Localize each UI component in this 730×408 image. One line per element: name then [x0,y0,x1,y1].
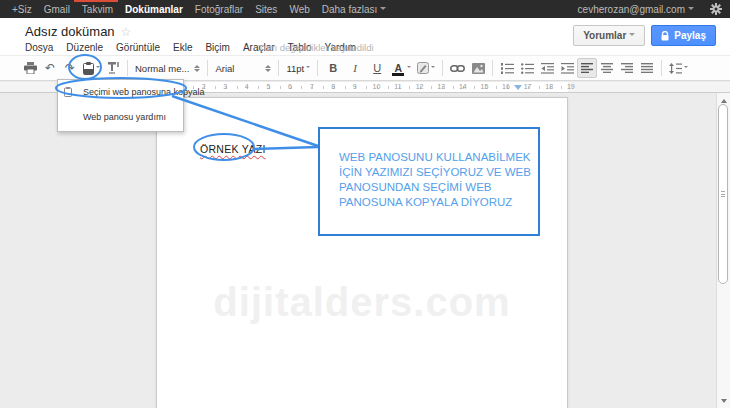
vertical-scrollbar[interactable] [716,93,730,408]
underline-icon: U [369,62,385,74]
ruler-number: 12 [416,83,424,90]
menu-bicim[interactable]: Biçim [205,42,229,53]
topbar-item-takvim[interactable]: Takvim [82,4,113,15]
share-button[interactable]: Paylaş [651,25,716,46]
chevron-down-icon [407,66,411,70]
link-icon [450,64,465,73]
document-sample-text[interactable]: ÖRNEK YAZI [200,143,266,155]
justify-button[interactable] [637,58,657,78]
italic-button[interactable]: I [344,58,366,78]
document-title-area[interactable]: Adsız doküman☆ [25,24,131,39]
menu-item-copy-label: Seçimi web panosuna kopyala [83,87,205,97]
topbar-item-web[interactable]: Web [289,4,309,15]
formatting-toolbar: ↶ ↷ Normal me... Arial [0,55,730,81]
document-header: Adsız doküman☆ Dosya Düzenle Görüntüle E… [0,18,730,55]
comments-button-label: Yorumlar [583,30,626,41]
topbar-more-menu[interactable]: Daha fazlası [322,4,387,15]
paint-format-icon [107,62,119,74]
triangle-down-icon [721,399,727,406]
topbar-item-plus-siz[interactable]: +Siz [12,4,32,15]
account-email: cevherozan@gmail.com [578,4,685,15]
align-right-icon [621,63,633,73]
settings-gear-button[interactable] [708,2,724,16]
ruler-number: 3 [223,83,227,90]
scroll-down-button[interactable] [717,397,730,407]
ruler-number: 6 [288,83,292,90]
right-indent-marker[interactable] [514,85,522,94]
spinner-icon [194,62,200,75]
topbar-item-dokumanlar[interactable]: Dokümanlar [125,4,183,15]
ruler-number: 17 [524,83,532,90]
ruler-number: 4 [245,83,249,90]
toolbar-separator [278,60,279,76]
topbar-item-gmail[interactable]: Gmail [44,4,70,15]
font-size-dropdown[interactable]: 11pt [283,58,313,78]
google-services-bar: +Siz Gmail Takvim Dokümanlar Fotoğraflar… [0,0,730,18]
scroll-up-button[interactable] [717,94,730,104]
star-icon[interactable]: ☆ [121,25,132,39]
menu-dosya[interactable]: Dosya [25,42,53,53]
image-icon [472,63,485,74]
align-center-icon [601,63,613,73]
italic-icon: I [347,62,363,74]
justify-icon [641,63,653,73]
align-right-button[interactable] [617,58,637,78]
web-clipboard-menu: Seçimi web panosuna kopyala Web panosu y… [57,79,184,132]
numbered-list-button[interactable] [497,58,517,78]
watermark-text: dijitalders.com [157,280,567,325]
align-center-button[interactable] [597,58,617,78]
decrease-indent-icon [541,63,554,74]
chevron-down-icon [380,7,386,13]
font-dropdown[interactable]: Arial [212,58,274,78]
highlight-icon [417,62,429,74]
chevron-down-icon [96,66,100,70]
topbar-item-fotograflar[interactable]: Fotoğraflar [195,4,243,15]
font-dropdown-value: Arial [215,63,234,74]
insert-image-button[interactable] [468,58,488,78]
toolbar-separator [127,60,128,76]
comments-button[interactable]: Yorumlar [573,25,645,46]
ruler-number: 7 [310,83,314,90]
undo-button[interactable]: ↶ [40,58,60,78]
font-size-value: 11pt [286,63,304,74]
ruler-number: 5 [266,83,270,90]
insert-link-button[interactable] [447,58,468,78]
ruler-number: 19 [567,83,575,90]
chevron-down-icon [684,66,688,70]
text-color-button[interactable]: A [388,58,414,78]
web-clipboard-button[interactable] [80,58,103,78]
ruler-number: 14 [459,83,467,90]
line-spacing-button[interactable] [666,58,691,78]
ruler-number: 10 [372,83,380,90]
account-email-menu[interactable]: cevherozan@gmail.com [578,4,694,15]
toolbar-separator [442,60,443,76]
share-button-label: Paylaş [674,30,706,41]
google-docs-window: +Siz Gmail Takvim Dokümanlar Fotoğraflar… [0,0,730,408]
decrease-indent-button[interactable] [537,58,557,78]
bold-button[interactable]: B [322,58,344,78]
print-icon [24,62,37,74]
paint-format-button[interactable] [103,58,123,78]
underline-button[interactable]: U [366,58,388,78]
increase-indent-button[interactable] [557,58,577,78]
menu-item-copy-to-web-clipboard[interactable]: Seçimi web panosuna kopyala [58,84,183,100]
highlight-color-button[interactable] [414,58,438,78]
gear-icon [710,3,722,15]
menu-ekle[interactable]: Ekle [173,42,192,53]
topbar-item-sites[interactable]: Sites [255,4,277,15]
numbered-list-icon [501,63,514,74]
menu-goruntule[interactable]: Görüntüle [116,42,160,53]
menu-item-web-clipboard-help[interactable]: Web panosu yardımı [58,109,183,125]
ruler-number: 8 [331,83,335,90]
menu-duzenle[interactable]: Düzenle [66,42,103,53]
align-left-button[interactable] [577,58,597,78]
toolbar-separator [317,60,318,76]
save-status-text: Tüm değişiklikler kaydedildi [258,42,374,53]
scrollbar-thumb[interactable] [718,104,728,284]
ruler-number: 18 [545,83,553,90]
toolbar-separator [661,60,662,76]
print-button[interactable] [20,58,40,78]
bullet-list-button[interactable] [517,58,537,78]
styles-dropdown[interactable]: Normal me... [132,58,203,78]
redo-button[interactable]: ↷ [60,58,80,78]
